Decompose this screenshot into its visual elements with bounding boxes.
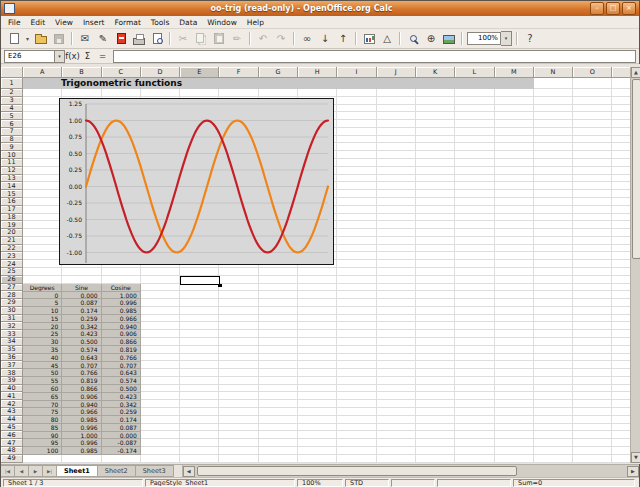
zoom-combobox[interactable]: 100%▾	[467, 31, 512, 46]
function-wizard-button[interactable]: f(x)	[65, 50, 80, 63]
gallery-button[interactable]	[440, 30, 458, 47]
insert-chart-button[interactable]	[360, 30, 378, 47]
menu-format[interactable]: Format	[109, 18, 145, 27]
column-header-K[interactable]: K	[416, 67, 455, 78]
table-cell[interactable]: 40	[23, 354, 62, 362]
trig-data-table[interactable]: DegreesSineCosine00.0001.00050.0870.9961…	[23, 284, 141, 455]
column-header-O[interactable]: O	[573, 67, 612, 78]
column-header-C[interactable]: C	[102, 67, 141, 78]
table-cell[interactable]: 0.966	[102, 315, 141, 323]
sort-descending-button[interactable]: ↑	[334, 30, 352, 47]
help-button[interactable]: ?	[521, 30, 539, 47]
table-cell[interactable]: 90	[23, 432, 62, 440]
table-cell[interactable]: 0.996	[62, 424, 101, 432]
column-header-A[interactable]: A	[23, 67, 62, 78]
new-document-button[interactable]	[5, 30, 23, 47]
table-cell[interactable]: 65	[23, 393, 62, 401]
column-header-H[interactable]: H	[298, 67, 337, 78]
vertical-scroll-thumb[interactable]	[632, 79, 640, 259]
table-cell[interactable]: 0.707	[102, 362, 141, 370]
table-cell[interactable]: 0.766	[102, 354, 141, 362]
sheet-tab-sheet2[interactable]: Sheet2	[98, 465, 136, 477]
table-cell[interactable]: 0.966	[62, 408, 101, 416]
table-cell[interactable]: 0.707	[62, 362, 101, 370]
row-header-1[interactable]: 1	[1, 78, 23, 89]
vertical-scrollbar[interactable]: ▲ ▼	[630, 67, 640, 463]
table-cell[interactable]: 0.500	[102, 385, 141, 393]
table-cell[interactable]: 0.342	[62, 323, 101, 331]
table-cell[interactable]: 0.996	[102, 299, 141, 307]
table-cell[interactable]: 70	[23, 401, 62, 409]
cell-reference-box[interactable]: E26 ▾	[4, 50, 65, 63]
table-cell[interactable]: 0.259	[102, 408, 141, 416]
close-button[interactable]: ×	[622, 2, 636, 15]
tab-next-button[interactable]: ▶	[29, 465, 43, 477]
table-cell[interactable]: 0.000	[102, 432, 141, 440]
table-cell[interactable]: 25	[23, 330, 62, 338]
table-cell[interactable]: 0.087	[62, 299, 101, 307]
column-header-L[interactable]: L	[455, 67, 494, 78]
horizontal-scrollbar[interactable]: ◀ ▶	[182, 465, 639, 477]
edit-file-button[interactable]: ✎	[94, 30, 112, 47]
scroll-down-icon[interactable]: ▼	[631, 452, 640, 463]
minimize-button[interactable]: –	[590, 2, 604, 15]
table-cell[interactable]: 60	[23, 385, 62, 393]
table-cell[interactable]: 0.985	[62, 447, 101, 455]
column-header-F[interactable]: F	[219, 67, 258, 78]
menu-view[interactable]: View	[50, 18, 78, 27]
sheet-tab-sheet1[interactable]: Sheet1	[57, 465, 98, 477]
column-header-I[interactable]: I	[337, 67, 376, 78]
table-cell[interactable]: 1.000	[102, 292, 141, 300]
menu-edit[interactable]: Edit	[26, 18, 51, 27]
menu-tools[interactable]: Tools	[146, 18, 174, 27]
table-cell[interactable]: 0.423	[62, 330, 101, 338]
table-cell[interactable]: 0.574	[102, 377, 141, 385]
sheet-grid[interactable]: Trigonometric functions 1.251.000.750.50…	[23, 78, 630, 463]
table-cell[interactable]: 100	[23, 447, 62, 455]
table-cell[interactable]: 75	[23, 408, 62, 416]
table-cell[interactable]: 0.866	[62, 385, 101, 393]
table-cell[interactable]: 0.906	[62, 393, 101, 401]
column-header-G[interactable]: G	[259, 67, 298, 78]
table-cell[interactable]: 30	[23, 338, 62, 346]
table-cell[interactable]: 0.087	[102, 424, 141, 432]
tab-first-button[interactable]: |◀	[1, 465, 15, 477]
scroll-up-icon[interactable]: ▲	[631, 67, 640, 78]
table-cell[interactable]: 0.985	[102, 307, 141, 315]
table-cell[interactable]: 80	[23, 416, 62, 424]
tab-last-button[interactable]: ▶|	[43, 465, 57, 477]
table-cell[interactable]: 45	[23, 362, 62, 370]
tab-prev-button[interactable]: ◀	[15, 465, 29, 477]
table-cell[interactable]: 0.259	[62, 315, 101, 323]
sort-ascending-button[interactable]: ↓	[316, 30, 334, 47]
sheet-title-cell[interactable]: Trigonometric functions	[23, 78, 534, 89]
column-header-B[interactable]: B	[62, 67, 101, 78]
table-cell[interactable]: 0.940	[102, 323, 141, 331]
cell-cursor[interactable]	[180, 276, 220, 286]
table-cell[interactable]: 0.985	[62, 416, 101, 424]
table-cell[interactable]: 0.866	[102, 338, 141, 346]
table-cell[interactable]: 0.643	[62, 354, 101, 362]
table-cell[interactable]: 0.174	[102, 416, 141, 424]
embedded-chart[interactable]: 1.251.000.750.500.250.00-0.25-0.50-0.75-…	[59, 98, 334, 265]
table-cell[interactable]: 95	[23, 439, 62, 447]
function-button[interactable]: =	[95, 50, 110, 63]
table-cell[interactable]: 0.766	[62, 369, 101, 377]
table-cell[interactable]: 55	[23, 377, 62, 385]
select-all-corner[interactable]	[1, 67, 23, 78]
column-header-J[interactable]: J	[377, 67, 416, 78]
table-cell[interactable]: 0.996	[62, 439, 101, 447]
column-header-M[interactable]: M	[495, 67, 534, 78]
name-box-dropdown-icon[interactable]: ▾	[54, 51, 64, 62]
table-cell[interactable]: 0.500	[62, 338, 101, 346]
formula-input[interactable]	[113, 50, 636, 63]
navigator-button[interactable]: ⊕	[422, 30, 440, 47]
column-header-E[interactable]: E	[180, 67, 219, 78]
draw-functions-button[interactable]: △	[378, 30, 396, 47]
table-cell[interactable]: 85	[23, 424, 62, 432]
hyperlink-button[interactable]: ∞	[298, 30, 316, 47]
table-cell[interactable]: 0.819	[62, 377, 101, 385]
menu-window[interactable]: Window	[202, 18, 242, 27]
menu-data[interactable]: Data	[174, 18, 202, 27]
table-cell[interactable]: 10	[23, 307, 62, 315]
